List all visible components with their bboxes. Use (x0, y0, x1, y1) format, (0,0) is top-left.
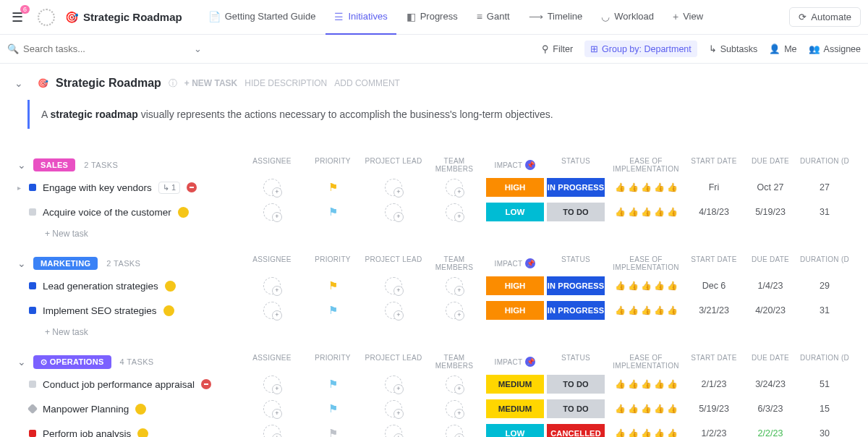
priority-cell[interactable]: ⚑ (302, 181, 363, 194)
team-cell[interactable] (424, 302, 485, 319)
subtasks-button[interactable]: ↳Subtasks (709, 43, 757, 54)
search-wrap[interactable]: 🔍 ⌄ (7, 43, 529, 54)
task-row[interactable]: Perform job analysis ⚑ LOW CANCELLED 👍👍👍… (0, 421, 868, 437)
impact-cell[interactable]: HIGH (485, 178, 545, 197)
assignee-cell[interactable] (242, 203, 302, 221)
hide-description-button[interactable]: HIDE DESCRIPTION (244, 78, 327, 88)
col-assignee[interactable]: ASSIGNEE (242, 255, 302, 271)
collapse-icon[interactable]: ⌄ (17, 258, 26, 269)
duration-cell[interactable]: 51 (799, 379, 851, 389)
status-cell[interactable]: TO DO (545, 203, 606, 221)
col-duration[interactable]: DURATION (D (799, 354, 851, 370)
project-lead-cell[interactable] (363, 179, 424, 196)
due-date-cell[interactable]: 5/19/23 (742, 207, 799, 217)
due-date-cell[interactable]: 4/20/23 (742, 305, 799, 315)
team-cell[interactable] (424, 179, 485, 196)
project-lead-cell[interactable] (363, 425, 424, 437)
assignee-cell[interactable] (242, 400, 302, 417)
ease-cell[interactable]: 👍👍👍👍👍 (606, 182, 686, 193)
status-square[interactable] (27, 404, 38, 414)
col-duration[interactable]: DURATION (D (799, 255, 851, 271)
col-project-lead[interactable]: PROJECT LEAD (363, 157, 424, 173)
col-due-date[interactable]: DUE DATE (742, 255, 799, 271)
automate-button[interactable]: ⟳ Automate (789, 7, 861, 27)
col-team-members[interactable]: TEAM MEMBERS (424, 354, 485, 370)
priority-cell[interactable]: ⚑ (302, 304, 363, 317)
info-icon[interactable]: ⓘ (169, 77, 177, 90)
assignee-cell[interactable] (242, 302, 302, 319)
project-lead-cell[interactable] (363, 302, 424, 319)
status-cell[interactable]: IN PROGRESS (545, 178, 606, 197)
assignee-cell[interactable] (242, 376, 302, 393)
due-date-cell[interactable]: 6/3/23 (742, 404, 799, 414)
ease-cell[interactable]: 👍👍👍👍👍 (606, 206, 686, 218)
tab-workload[interactable]: ◡Workload (592, 0, 663, 35)
start-date-cell[interactable]: Dec 6 (686, 281, 742, 291)
chevron-down-icon[interactable]: ⌄ (194, 43, 202, 54)
col-start-date[interactable]: START DATE (686, 255, 742, 271)
project-lead-cell[interactable] (363, 277, 424, 294)
task-name[interactable]: Lead generation strategies (43, 281, 158, 292)
ease-cell[interactable]: 👍👍👍👍👍 (606, 305, 686, 316)
task-row[interactable]: Implement SEO strategies ⚑ HIGH IN PROGR… (0, 298, 868, 323)
impact-cell[interactable]: LOW (485, 424, 545, 437)
col-status[interactable]: STATUS (545, 255, 606, 271)
col-impact[interactable]: IMPACT📌 (485, 255, 545, 271)
impact-cell[interactable]: MEDIUM (485, 399, 545, 418)
group-pill[interactable]: ⊙ OPERATIONS (33, 355, 111, 369)
task-row[interactable]: Conduct job performance appraisal ⚑ MEDI… (0, 372, 868, 396)
col-duration[interactable]: DURATION (D (799, 157, 851, 173)
status-square[interactable] (29, 307, 36, 314)
group-pill[interactable]: MARKETING (33, 257, 98, 270)
new-task-link[interactable]: + New task (0, 224, 868, 240)
col-priority[interactable]: PRIORITY (302, 157, 363, 173)
project-lead-cell[interactable] (363, 203, 424, 221)
thinking-icon[interactable] (165, 281, 176, 292)
thinking-icon[interactable] (135, 404, 146, 415)
team-cell[interactable] (424, 400, 485, 417)
col-team-members[interactable]: TEAM MEMBERS (424, 255, 485, 271)
blocked-icon[interactable] (201, 379, 211, 389)
team-cell[interactable] (424, 376, 485, 393)
status-cell[interactable]: CANCELLED (545, 424, 606, 437)
task-row[interactable]: Manpower Planning ⚑ MEDIUM TO DO 👍👍👍👍👍 5… (0, 396, 868, 421)
status-cell[interactable]: IN PROGRESS (545, 276, 606, 295)
thinking-icon[interactable] (137, 428, 148, 438)
project-lead-cell[interactable] (363, 400, 424, 417)
col-impact[interactable]: IMPACT📌 (485, 354, 545, 370)
group-pill[interactable]: SALES (33, 158, 75, 171)
start-date-cell[interactable]: 2/1/23 (686, 379, 742, 389)
col-assignee[interactable]: ASSIGNEE (242, 157, 302, 173)
project-lead-cell[interactable] (363, 376, 424, 393)
add-comment-button[interactable]: ADD COMMENT (334, 78, 400, 88)
col-project-lead[interactable]: PROJECT LEAD (363, 255, 424, 271)
priority-cell[interactable]: ⚑ (302, 427, 363, 437)
tab-view[interactable]: +View (664, 0, 712, 35)
thinking-icon[interactable] (178, 207, 189, 218)
start-date-cell[interactable]: 1/2/23 (686, 428, 742, 437)
col-priority[interactable]: PRIORITY (302, 354, 363, 370)
ease-cell[interactable]: 👍👍👍👍👍 (606, 280, 686, 292)
start-date-cell[interactable]: 4/18/23 (686, 207, 742, 217)
status-square[interactable] (29, 381, 36, 388)
task-name[interactable]: Perform job analysis (43, 428, 131, 438)
collapse-icon[interactable]: ⌄ (17, 159, 26, 171)
tab-initiatives[interactable]: ☰Initiatives (326, 0, 396, 35)
team-cell[interactable] (424, 277, 485, 294)
due-date-cell[interactable]: 3/24/23 (742, 379, 799, 389)
expand-icon[interactable]: ▸ (17, 184, 29, 192)
task-row[interactable]: ▸ Engage with key vendors ↳ 1 ⚑ HIGH IN … (0, 175, 868, 200)
collapse-icon[interactable]: ⌄ (14, 77, 23, 89)
assignee-cell[interactable] (242, 179, 302, 196)
assignee-cell[interactable] (242, 277, 302, 294)
tab-getting-started-guide[interactable]: 📄Getting Started Guide (200, 0, 325, 35)
tab-gantt[interactable]: ≡Gantt (468, 0, 519, 35)
start-date-cell[interactable]: 5/19/23 (686, 404, 742, 414)
duration-cell[interactable]: 31 (799, 305, 851, 315)
col-ease[interactable]: EASE OF IMPLEMENTATION (606, 255, 686, 271)
subtask-indicator[interactable]: ↳ 1 (158, 182, 180, 194)
status-square[interactable] (29, 208, 36, 216)
new-task-button[interactable]: + NEW TASK (184, 78, 237, 88)
me-button[interactable]: 👤Me (769, 43, 796, 54)
task-name[interactable]: Manpower Planning (43, 404, 129, 415)
